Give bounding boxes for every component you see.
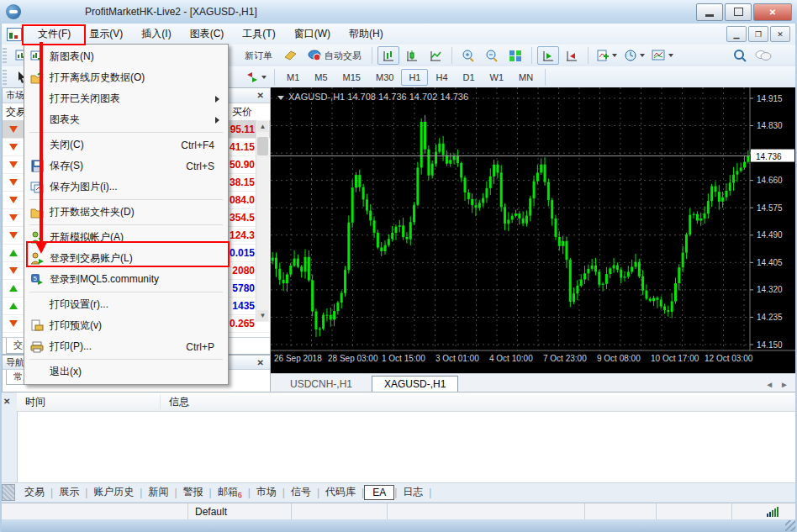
status-profile-cell[interactable]: Default (188, 503, 292, 520)
file-menu-item-9[interactable]: 登录到交易账户(L) (24, 248, 228, 269)
chart-tab-1[interactable]: XAGUSD-,H1 (372, 376, 458, 392)
menubar-item-5[interactable]: 窗口(W) (285, 24, 340, 43)
file-menu-item-label: 打印预览(v) (50, 319, 223, 333)
timeframe-m30-button[interactable]: M30 (368, 69, 401, 86)
file-menu-item-4[interactable]: 关闭(C)Ctrl+F4 (24, 134, 228, 155)
time-column-header[interactable]: 时间 (17, 395, 161, 409)
timeframe-h4-button[interactable]: H4 (428, 69, 455, 86)
arrows-tool-button[interactable] (243, 68, 269, 87)
svg-text:14.736: 14.736 (756, 152, 782, 161)
tile-windows-button[interactable] (504, 46, 526, 65)
terminal-tab-信号[interactable]: 信号 (285, 483, 317, 501)
scroll-down-icon[interactable]: ▼ (257, 310, 268, 321)
file-menu-item-5[interactable]: 保存(S)Ctrl+S (24, 155, 228, 176)
timeframe-m5-button[interactable]: M5 (307, 69, 335, 86)
tab-scroll-left-icon[interactable]: ◄ (765, 380, 773, 389)
chart-mdi-icon[interactable] (7, 28, 22, 41)
timeframe-m1-button[interactable]: M1 (279, 69, 307, 86)
toolbar-grip-2[interactable] (3, 70, 7, 85)
file-menu-item-11[interactable]: 打印设置(r)... (24, 294, 228, 315)
arrows-dropdown-caret[interactable] (261, 76, 267, 79)
search-button[interactable] (729, 46, 751, 65)
terminal-tab-日志[interactable]: 日志 (397, 483, 429, 501)
open-offline-icon (24, 72, 50, 84)
file-menu-item-6[interactable]: 保存为图片(i)... (24, 176, 228, 198)
indicators-dropdown-caret[interactable] (612, 54, 617, 57)
timeframe-m15-button[interactable]: M15 (335, 69, 368, 86)
templates-dropdown-caret[interactable] (668, 54, 673, 57)
menubar-item-6[interactable]: 帮助(H) (340, 24, 393, 43)
bar-chart-mode-button[interactable] (377, 46, 399, 65)
mdi-restore-button[interactable]: ❐ (748, 26, 768, 42)
terminal-tab-交易[interactable]: 交易 (18, 483, 50, 501)
templates-button[interactable] (649, 46, 676, 65)
market-watch-scrollbar[interactable]: ▲ ▼ (256, 120, 269, 322)
mdi-minimize-button[interactable]: ▁ (726, 26, 747, 42)
line-chart-mode-button[interactable] (425, 46, 446, 65)
navigator-close-icon[interactable]: ✕ (255, 358, 267, 367)
tab-scroll-right-icon[interactable]: ► (780, 380, 789, 389)
down-arrow-icon (3, 267, 24, 274)
timeframe-w1-button[interactable]: W1 (483, 69, 512, 86)
toolbar-grip[interactable] (3, 48, 7, 63)
indicators-button[interactable] (594, 46, 620, 65)
terminal-close-icon[interactable]: ✕ (3, 397, 10, 406)
menubar-item-1[interactable]: 显示(V) (80, 24, 132, 43)
file-menu-item-2[interactable]: 打开已关闭图表 (24, 88, 228, 109)
timeframe-mn-button[interactable]: MN (511, 69, 541, 86)
message-column-header[interactable]: 信息 (161, 395, 189, 409)
terminal-tab-展示[interactable]: 展示 (53, 483, 85, 501)
terminal-strip-icon[interactable] (2, 484, 15, 501)
zoom-out-icon (485, 50, 499, 62)
file-menu-item-3[interactable]: 图表夹 (24, 109, 228, 130)
file-menu-item-7[interactable]: 打开数据文件夹(D) (24, 202, 228, 223)
svg-text:14.320: 14.320 (757, 285, 783, 294)
market-watch-close-icon[interactable]: ✕ (255, 91, 267, 100)
bid-price-value: 50.90 (228, 159, 255, 171)
terminal-tab-账户历史[interactable]: 账户历史 (87, 483, 140, 501)
terminal-tab-新闻[interactable]: 新闻 (142, 483, 174, 501)
mdi-close-button[interactable]: ✕ (770, 26, 790, 42)
menubar-item-3[interactable]: 图表(C) (181, 24, 234, 43)
timeframe-h1-button[interactable]: H1 (401, 69, 428, 86)
price-chart[interactable]: 14.91514.83014.74514.66014.57514.49014.4… (271, 87, 797, 373)
periods-button[interactable] (621, 46, 647, 65)
terminal-tab-邮箱[interactable]: 邮箱6 (212, 483, 248, 501)
auto-scroll-button[interactable] (537, 46, 559, 65)
file-menu-dropdown: 新图表(N)打开离线历史数据(O)打开已关闭图表图表夹关闭(C)Ctrl+F4保… (24, 44, 229, 385)
terminal-tab-市场[interactable]: 市场 (251, 483, 282, 501)
submenu-arrow-icon (215, 96, 219, 103)
minimize-button[interactable] (696, 3, 723, 21)
autotrading-button[interactable]: 自动交易 (303, 46, 367, 65)
menubar-item-4[interactable]: 工具(T) (233, 24, 284, 43)
restore-button[interactable] (725, 3, 752, 21)
chat-button[interactable] (752, 46, 774, 65)
scroll-up-icon[interactable]: ▲ (257, 121, 268, 132)
file-menu-item-8[interactable]: 开新模拟帐户(A) (24, 227, 228, 248)
down-arrow-icon (3, 232, 24, 239)
bid-column-header[interactable]: 买价 (232, 105, 252, 119)
scroll-thumb[interactable] (257, 137, 268, 155)
new-order-button[interactable]: 新订单 (240, 46, 277, 65)
file-menu-item-10[interactable]: 5登录到MQL5.community (24, 269, 228, 290)
file-menu-item-1[interactable]: 打开离线历史数据(O) (24, 67, 228, 88)
candlestick-mode-button[interactable] (401, 46, 423, 65)
menubar-item-0[interactable]: 文件(F) (29, 24, 80, 43)
file-menu-item-0[interactable]: 新图表(N) (24, 46, 228, 67)
file-menu-item-12[interactable]: 打印预览(v) (24, 315, 228, 336)
chart-tab-0[interactable]: USDCNH-,H1 (277, 376, 365, 392)
terminal-tab-代码库[interactable]: 代码库 (319, 483, 362, 501)
terminal-tab-EA[interactable]: EA (364, 485, 394, 500)
file-menu-item-13[interactable]: 打印(P)...Ctrl+P (24, 336, 228, 357)
quotes-button[interactable] (279, 46, 301, 65)
chart-shift-button[interactable] (561, 46, 583, 65)
close-button[interactable]: ✕ (753, 3, 792, 21)
file-menu-item-14[interactable]: 退出(x) (24, 361, 228, 382)
zoom-in-button[interactable] (457, 46, 479, 65)
timeframe-d1-button[interactable]: D1 (456, 69, 483, 86)
zoom-out-button[interactable] (481, 46, 503, 65)
menubar-item-2[interactable]: 插入(I) (132, 24, 180, 43)
periods-dropdown-caret[interactable] (640, 54, 645, 57)
chart-window[interactable]: 14.91514.83014.74514.66014.57514.49014.4… (271, 87, 797, 373)
terminal-tab-警报[interactable]: 警报 (177, 483, 209, 501)
